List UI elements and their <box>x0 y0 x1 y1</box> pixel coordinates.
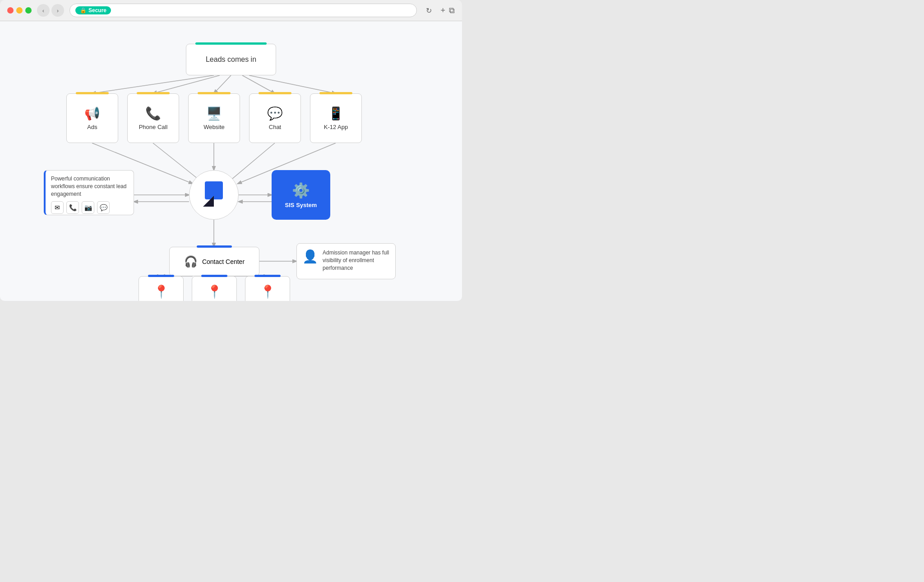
diagram: Leads comes in 📢 Ads 📞 Phone Call 🖥️ Web… <box>17 30 445 292</box>
contact-accent <box>197 245 232 248</box>
svg-line-4 <box>249 75 336 93</box>
k12-icon: 📱 <box>328 106 344 121</box>
address-bar[interactable]: 🔒 Secure <box>69 4 417 17</box>
sis-label: SIS System <box>285 202 317 208</box>
comm-icons: ✉ 📞 📷 💬 <box>51 201 110 214</box>
leads-label: Leads comes in <box>206 55 256 64</box>
location1-node: 📍 Location 1 <box>139 276 184 301</box>
nav-buttons: ‹ › <box>37 4 64 17</box>
windows-button[interactable]: ⧉ <box>449 6 455 15</box>
phone-icon: 📞 <box>145 106 161 121</box>
video-icon[interactable]: 📷 <box>82 201 94 214</box>
comm-box: Powerful communication workflows ensure … <box>44 170 134 215</box>
phone-label: Phone Call <box>139 124 168 130</box>
ads-node: 📢 Ads <box>66 93 118 143</box>
content-area: Leads comes in 📢 Ads 📞 Phone Call 🖥️ Web… <box>0 21 462 301</box>
logo-blue <box>205 181 223 199</box>
svg-line-8 <box>226 143 275 184</box>
ads-accent <box>76 92 109 94</box>
contact-inner: 🎧 Contact Center <box>184 255 245 268</box>
ads-label: Ads <box>87 124 97 130</box>
contact-center-node: 🎧 Contact Center <box>169 247 259 276</box>
chat-accent <box>259 92 291 94</box>
leads-accent <box>195 42 267 45</box>
back-button[interactable]: ‹ <box>37 4 50 17</box>
sis-node: ⚙️ SIS System <box>272 170 330 220</box>
lock-icon: 🔒 <box>80 7 87 14</box>
minimize-button[interactable] <box>16 7 23 14</box>
whatsapp-icon[interactable]: 💬 <box>97 201 110 214</box>
loc3-pin-icon: 📍 <box>260 284 276 299</box>
admission-node: 👤 Admission manager has full visibility … <box>296 243 396 279</box>
k12-label: K-12 App <box>324 124 348 130</box>
svg-line-0 <box>92 75 214 93</box>
secure-label: Secure <box>88 7 106 14</box>
secure-badge: 🔒 Secure <box>75 6 111 14</box>
chat-node: 💬 Chat <box>249 93 301 143</box>
admission-text: Admission manager has full visibility of… <box>323 249 390 272</box>
center-node <box>189 170 239 220</box>
email-icon[interactable]: ✉ <box>51 201 64 214</box>
close-button[interactable] <box>7 7 14 14</box>
loc2-accent <box>201 275 227 277</box>
website-label: Website <box>203 124 225 130</box>
sis-icon: ⚙️ <box>292 182 310 199</box>
loc3-accent <box>254 275 281 277</box>
center-logo <box>200 181 227 208</box>
website-accent <box>198 92 231 94</box>
website-node: 🖥️ Website <box>188 93 240 143</box>
svg-line-2 <box>214 75 231 93</box>
phone-node: 📞 Phone Call <box>127 93 179 143</box>
comm-text: Powerful communication workflows ensure … <box>51 175 128 198</box>
svg-line-1 <box>153 75 220 93</box>
location2-node: 📍 Location 2 <box>192 276 237 301</box>
svg-line-3 <box>242 75 275 93</box>
call-icon[interactable]: 📞 <box>66 201 79 214</box>
loc1-pin-icon: 📍 <box>153 284 169 299</box>
leads-node: Leads comes in <box>186 44 276 75</box>
browser-actions: + ⧉ <box>440 6 455 15</box>
k12-accent <box>319 92 352 94</box>
loc2-pin-icon: 📍 <box>207 284 222 299</box>
loc1-accent <box>148 275 174 277</box>
traffic-lights <box>7 7 32 14</box>
reload-button[interactable]: ↻ <box>422 4 435 17</box>
phone-accent <box>137 92 170 94</box>
chat-icon: 💬 <box>267 106 283 121</box>
new-tab-button[interactable]: + <box>440 6 445 15</box>
location3-node: 📍 Location 3 <box>245 276 290 301</box>
browser-chrome: ‹ › 🔒 Secure ↻ + ⧉ <box>0 0 462 21</box>
k12-node: 📱 K-12 App <box>310 93 362 143</box>
forward-button[interactable]: › <box>51 4 64 17</box>
website-icon: 🖥️ <box>206 106 222 121</box>
contact-label: Contact Center <box>202 258 245 265</box>
headset-icon: 🎧 <box>184 255 198 268</box>
chat-label: Chat <box>269 124 281 130</box>
ads-icon: 📢 <box>84 106 100 121</box>
maximize-button[interactable] <box>25 7 32 14</box>
person-icon: 👤 <box>302 249 318 264</box>
